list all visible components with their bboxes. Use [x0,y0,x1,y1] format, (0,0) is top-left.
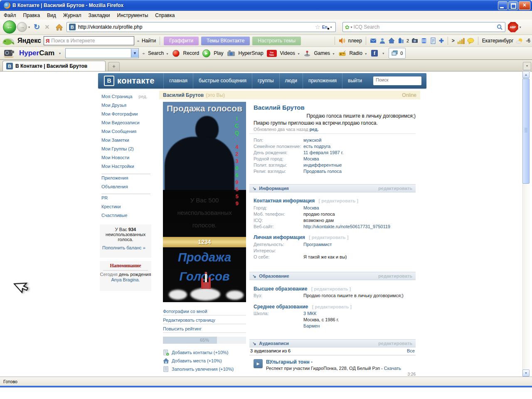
sidebar-item-photos[interactable]: Мои Фотографии [101,111,138,120]
add-contacts-link[interactable]: Добавить контакты (+10%) [163,348,250,357]
yandex-search-placeholder[interactable]: Поиск в Интернете [51,38,95,44]
menu-history[interactable]: Журнал [63,12,81,18]
topup-balance-link[interactable]: Пополнить баланс » [102,245,151,250]
vk-menu-apps[interactable]: приложения [303,73,342,89]
close-button[interactable]: × [519,1,530,10]
document-icon[interactable] [430,37,436,44]
icq-search-placeholder[interactable]: ICQ Search [354,24,497,30]
radio-icon[interactable] [339,50,346,56]
combo-dropdown-icon[interactable]: ▼ [131,49,138,57]
play-button[interactable]: Play [214,50,223,56]
sidebar-edit-link[interactable]: ред. [138,94,147,99]
home-shortcut-icon[interactable] [388,37,395,44]
player-speaker-icon[interactable] [339,37,345,44]
hypersnap-camera-icon[interactable] [227,50,235,57]
menu-edit[interactable]: Правка [23,12,40,18]
personal-edit-link[interactable]: [ редактировать ] [309,235,348,240]
tab-list-button[interactable]: ▾ [523,62,531,70]
sidebar-item-settings[interactable]: Мои Настройки [101,164,134,172]
new-tab-button[interactable]: + [108,62,120,71]
home-button[interactable] [55,24,63,31]
record-icon[interactable] [172,50,180,57]
language-indicator[interactable]: En [322,25,328,30]
vk-search-input[interactable]: Поиск [373,76,421,85]
facebook-dropdown-icon[interactable]: ▾ [382,52,384,55]
vk-menu-messages[interactable]: быстрые сообщения [193,73,252,89]
play-icon[interactable]: ▶ [202,49,210,57]
audio-play-button[interactable]: ▶ [254,359,263,368]
sidebar-item-messages[interactable]: Мои Сообщения [101,129,136,138]
scrollbar-down-arrow[interactable]: ▼ [522,369,530,377]
search-magnifier-icon[interactable] [497,24,503,30]
profile-photo[interactable]: Продажа голосов I C Q 4 2 3 0 6 9 5 5 9 … [163,102,246,302]
audio-edit-link[interactable]: редактировать [378,341,412,346]
raise-rating-link[interactable]: Повысить рейтинг [163,324,246,333]
resize-grip-icon[interactable]: ◂▸ [137,39,139,43]
vk-menu-groups[interactable]: группы [252,73,279,89]
yandex-find-button[interactable]: Найти [142,38,156,44]
website-link[interactable]: http://vkontakte.ru/note50617731_9750119 [303,224,390,230]
person-icon[interactable] [379,37,386,44]
menu-help[interactable]: Справка [155,12,175,18]
facebook-icon[interactable]: f [371,50,378,57]
history-dropdown-icon[interactable]: ▾ [28,25,30,29]
tab-title[interactable]: В Контакте | Василий Брутов [15,63,87,69]
camera-icon[interactable] [411,37,418,44]
bookmark-star-icon[interactable]: ☆ [315,23,320,31]
menu-view[interactable]: Вид [47,12,56,18]
info-edit-link[interactable]: редактировать [378,186,412,191]
profile-status[interactable]: Продаю голоса пишите в личьку договоримс… [249,113,416,119]
adblock-dropdown-icon[interactable]: ▾ [520,25,521,29]
stop-button[interactable]: × [45,23,49,32]
hypersnap-button[interactable]: HyperSnap [239,50,264,56]
sidebar-item-videos[interactable]: Мои Видеозаписи [101,120,140,129]
sidebar-item-pr[interactable]: PR [101,195,108,204]
contact-edit-link[interactable]: [ редактировать ] [319,198,358,203]
url-text[interactable]: http://vkontakte.ru/profile.php [78,24,315,30]
sidebar-item-friends[interactable]: Мои Друзья [101,103,126,111]
sidebar-item-schastlivye[interactable]: Счастливые [101,213,127,222]
signal-bars-icon[interactable] [457,38,465,44]
fill-interests-link[interactable]: Заполнить увлечения (+10%) [163,365,250,373]
back-button[interactable]: ← [3,20,16,34]
radio-button[interactable]: Radio ▾ [349,50,368,56]
hypercam-search-button[interactable]: Search ▾ [148,50,169,56]
icq-flower-icon[interactable]: ✿ [345,24,350,30]
url-dropdown-icon[interactable]: ▾ [330,25,332,29]
sidebar-item-notes[interactable]: Мои Заметки [101,138,129,146]
audio-download-link[interactable]: Скачать [384,366,401,371]
hypercam-search-combo[interactable]: ▼ [65,48,139,58]
education-edit-link[interactable]: редактировать [378,273,412,278]
scrollbar-thumb[interactable] [522,79,530,184]
yandex-logo[interactable]: Яндекс [17,37,41,44]
edit-page-link[interactable]: Редактировать страницу [163,315,246,324]
vk-menu-people[interactable]: люди [279,73,303,89]
videos-button[interactable]: Videos ▾ [280,50,301,56]
adblock-icon[interactable]: ABP [508,22,518,32]
hypercam-brand[interactable]: HyperCam [19,49,54,57]
toolbar-grip-icon[interactable]: ◂▸ [142,52,145,55]
more-chevron-icon[interactable]: > [452,38,455,44]
chat-bubble-icon[interactable] [467,38,474,44]
reminder-birthday-link[interactable]: Anya Bragina. [111,277,140,282]
graffiti-button[interactable]: Граффити [164,37,199,45]
vk-logo-icon[interactable]: В [104,76,114,86]
games-button[interactable]: Games ▾ [314,50,335,56]
record-button[interactable]: Record [183,50,199,56]
photos-with-me-link[interactable]: Фотографии со мной [163,307,246,315]
vk-menu-home[interactable]: главная [163,73,193,89]
sidebar-item-krestiki[interactable]: Крестики [101,204,121,213]
sidebar-item-ads[interactable]: Объявления [101,184,128,193]
audio-all-link[interactable]: Все [407,348,415,355]
vk-logo-word[interactable]: контакте [117,76,155,86]
sidebar-item-groups[interactable]: Мои Группы (2) [101,146,134,155]
forward-button[interactable]: → [17,22,27,32]
add-plus-icon[interactable]: ✚ [439,37,444,44]
restore-button[interactable] [508,1,518,10]
battery-icon[interactable] [397,37,404,44]
tab-active[interactable]: В В Контакте | Василий Брутов [2,61,106,71]
sidebar-item-news[interactable]: Мои Новости [101,155,129,164]
youtube-icon[interactable]: YouTube [267,50,277,57]
audio-track-title[interactable]: ВУльгарный тонн - [266,359,313,365]
secondary-edit-link[interactable]: [ редактировать ] [312,304,352,309]
